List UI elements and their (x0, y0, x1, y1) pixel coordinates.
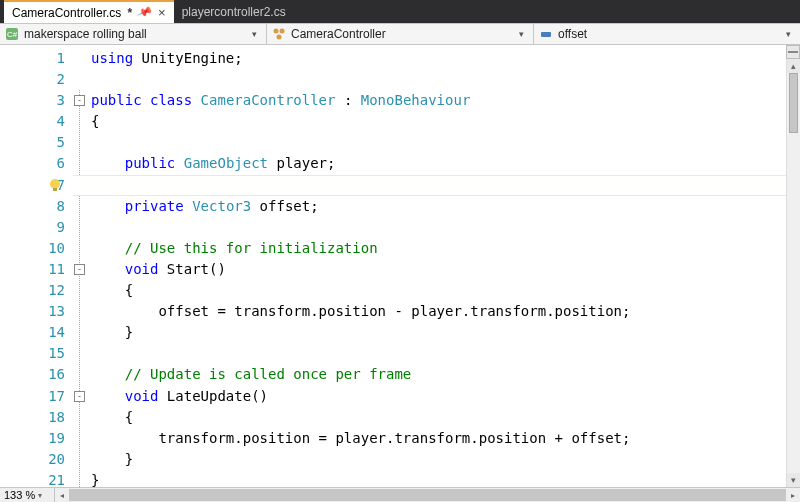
line-number: 14 (0, 322, 65, 343)
tab-label: playercontroller2.cs (182, 5, 286, 19)
line-number: 9 (0, 217, 65, 238)
code-line[interactable]: // Update is called once per frame (91, 364, 800, 385)
tab-player-controller[interactable]: playercontroller2.cs (174, 0, 294, 23)
scroll-right-arrow[interactable]: ▸ (786, 488, 800, 502)
close-icon[interactable]: × (158, 5, 166, 20)
line-number: 20 (0, 449, 65, 470)
code-line[interactable]: { (91, 280, 800, 301)
code-line[interactable]: } (91, 449, 800, 470)
pin-icon[interactable]: 📌 (136, 4, 154, 21)
code-line[interactable]: } (91, 470, 800, 487)
tab-label: CameraController.cs (12, 6, 121, 20)
field-icon (538, 26, 554, 42)
scroll-left-arrow[interactable]: ◂ (55, 488, 69, 502)
line-number: 4 (0, 111, 65, 132)
nav-class-text: CameraController (291, 27, 519, 41)
class-icon (271, 26, 287, 42)
chevron-down-icon: ▾ (786, 29, 796, 39)
code-line[interactable]: offset = transform.position - player.tra… (91, 301, 800, 322)
code-line[interactable]: public class CameraController : MonoBeha… (91, 90, 800, 111)
nav-class-dropdown[interactable]: CameraController ▾ (267, 24, 534, 44)
code-line[interactable]: public GameObject player; (91, 153, 800, 174)
nav-project-dropdown[interactable]: C# makerspace rolling ball ▾ (0, 24, 267, 44)
horizontal-scrollbar[interactable]: ◂ ▸ (55, 488, 800, 502)
chevron-down-icon: ▾ (38, 491, 42, 500)
svg-rect-8 (788, 51, 798, 53)
line-number: 13 (0, 301, 65, 322)
code-line[interactable]: { (91, 111, 800, 132)
svg-text:C#: C# (7, 30, 18, 39)
line-number: 2 (0, 69, 65, 90)
code-line[interactable]: void Start() (91, 259, 800, 280)
chevron-down-icon: ▾ (519, 29, 529, 39)
line-number: 12 (0, 280, 65, 301)
line-number: 3 (0, 90, 65, 111)
code-area[interactable]: using UnityEngine;public class CameraCon… (73, 45, 800, 487)
tab-camera-controller[interactable]: CameraController.cs * 📌 × (4, 0, 174, 23)
navigation-bar: C# makerspace rolling ball ▾ CameraContr… (0, 23, 800, 45)
scroll-track[interactable] (787, 59, 800, 487)
tab-bar: CameraController.cs * 📌 × playercontroll… (0, 0, 800, 23)
code-line[interactable] (91, 175, 800, 196)
line-number: 16 (0, 364, 65, 385)
line-number: 5 (0, 132, 65, 153)
svg-point-2 (274, 29, 279, 34)
svg-point-4 (277, 35, 282, 40)
csharp-project-icon: C# (4, 26, 20, 42)
code-line[interactable]: { (91, 407, 800, 428)
nav-member-dropdown[interactable]: offset ▾ (534, 24, 800, 44)
code-line[interactable] (91, 132, 800, 153)
line-number: 10 (0, 238, 65, 259)
code-line[interactable]: void LateUpdate() (91, 386, 800, 407)
svg-rect-7 (53, 188, 57, 191)
code-line[interactable]: using UnityEngine; (91, 48, 800, 69)
scroll-thumb[interactable] (69, 489, 786, 501)
line-number: 19 (0, 428, 65, 449)
code-line[interactable] (91, 343, 800, 364)
line-number: 18 (0, 407, 65, 428)
vertical-scrollbar[interactable]: ▴ ▾ (786, 45, 800, 487)
split-icon[interactable] (786, 45, 800, 59)
line-number: 15 (0, 343, 65, 364)
line-number: 6 (0, 153, 65, 174)
line-number: 8 (0, 196, 65, 217)
line-number-gutter: 123456789101112131415161718192021 (0, 45, 73, 487)
dirty-indicator: * (127, 6, 132, 20)
code-line[interactable]: private Vector3 offset; (91, 196, 800, 217)
svg-point-3 (280, 29, 285, 34)
editor-footer: 133 % ▾ ◂ ▸ (0, 487, 800, 502)
nav-member-text: offset (558, 27, 786, 41)
chevron-down-icon: ▾ (252, 29, 262, 39)
code-line[interactable]: transform.position = player.transform.po… (91, 428, 800, 449)
line-number: 17 (0, 386, 65, 407)
line-number: 11 (0, 259, 65, 280)
lightbulb-icon[interactable] (48, 177, 62, 191)
scroll-thumb[interactable] (789, 73, 798, 133)
code-line[interactable] (91, 217, 800, 238)
code-editor[interactable]: 123456789101112131415161718192021 --- us… (0, 45, 800, 487)
line-number: 1 (0, 48, 65, 69)
nav-project-text: makerspace rolling ball (24, 27, 252, 41)
code-line[interactable]: } (91, 322, 800, 343)
scroll-down-arrow[interactable]: ▾ (787, 473, 800, 487)
code-line[interactable]: // Use this for initialization (91, 238, 800, 259)
svg-point-6 (50, 179, 60, 189)
code-line[interactable] (91, 69, 800, 90)
svg-rect-5 (541, 32, 551, 37)
